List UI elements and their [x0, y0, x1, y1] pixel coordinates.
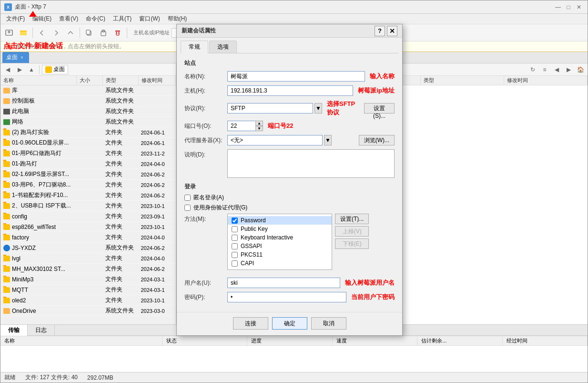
maximize-button[interactable]: □	[564, 3, 573, 11]
list-item[interactable]: config 文件夹 2023-09-1	[0, 211, 176, 222]
forward-button[interactable]	[50, 26, 63, 40]
list-item[interactable]: OneDrive 系统文件夹 2023-03-0	[0, 306, 176, 316]
menu-tools[interactable]: 工具(T)	[109, 14, 135, 24]
menu-help[interactable]: 帮助(H)	[164, 14, 191, 24]
method-gssapi-checkbox[interactable]	[232, 243, 238, 249]
method-keyboard[interactable]: Keyboard Interactive	[228, 233, 332, 242]
identity-agent-label[interactable]: 使用身份验证代理(G)	[193, 204, 247, 212]
method-up-button[interactable]: 上移(V)	[335, 226, 369, 237]
anonymous-label[interactable]: 匿名登录(A)	[193, 194, 224, 202]
right-col-date[interactable]: 修改时间	[504, 76, 588, 85]
right-view-button[interactable]: ≡	[539, 65, 550, 74]
host-label: 主机(H):	[184, 87, 227, 95]
menu-window[interactable]: 窗口(W)	[135, 14, 163, 24]
method-pkcs11[interactable]: PKCS11	[228, 250, 332, 259]
list-item[interactable]: oled2 文件夹 2023-10-1	[0, 295, 176, 306]
username-input[interactable]	[227, 278, 340, 288]
method-publickey-checkbox[interactable]	[232, 226, 238, 232]
col-type[interactable]: 类型	[103, 76, 139, 85]
menu-command[interactable]: 命令(C)	[82, 14, 109, 24]
protocol-dropdown-arrow[interactable]: ▼	[314, 103, 322, 114]
dialog-help-button[interactable]: ?	[375, 26, 385, 36]
list-item[interactable]: 01-0.96OLED显示屏... 文件夹 2024-06-1	[0, 138, 176, 148]
right-home-button[interactable]: 🏠	[575, 65, 586, 74]
list-item[interactable]: MH_MAX30102 ST... 文件夹 2024-06-2	[0, 264, 176, 274]
dialog-tab-general[interactable]: 常规	[181, 41, 208, 53]
list-item[interactable]: 网络 系统文件夹	[0, 117, 176, 127]
list-item[interactable]: 01-跑马灯 文件夹 2024-04-0	[0, 159, 176, 169]
connect-button[interactable]: 连接	[233, 317, 268, 330]
list-item[interactable]: 1-书箱配套列程-F10... 文件夹 2024-06-2	[0, 190, 176, 201]
tab-close-button[interactable]: ×	[20, 55, 23, 60]
list-item[interactable]: 2、USB串口 ISP下载... 文件夹 2023-10-1	[0, 201, 176, 211]
list-item[interactable]: 03-用P6、P7口驱动8... 文件夹 2024-06-2	[0, 180, 176, 190]
col-name[interactable]: 名称	[0, 76, 77, 85]
host-input[interactable]	[227, 85, 353, 96]
list-item[interactable]: 02-1.69IPS显示屏ST... 文件夹 2024-06-2	[0, 169, 176, 180]
method-capi-checkbox[interactable]	[232, 260, 238, 267]
protocol-settings-button[interactable]: 设置(S)...	[364, 103, 395, 114]
spin-down[interactable]: ▼	[255, 126, 263, 131]
port-input[interactable]	[227, 121, 256, 131]
right-scroll-left[interactable]: ◀	[551, 65, 562, 74]
close-window-button[interactable]: ✕	[574, 3, 584, 11]
new-session-button[interactable]	[2, 26, 16, 40]
up-nav-button[interactable]: ▲	[26, 65, 37, 74]
delete-button[interactable]	[111, 26, 124, 40]
right-refresh-button[interactable]: ↻	[527, 65, 538, 74]
right-col-type[interactable]: 类型	[421, 76, 504, 85]
desc-textarea[interactable]	[227, 149, 395, 178]
menu-view[interactable]: 查看(V)	[55, 14, 82, 24]
browse-button[interactable]: 浏览(W)...	[359, 135, 395, 145]
name-input[interactable]	[227, 71, 365, 82]
col-size[interactable]: 大小	[77, 76, 103, 85]
proxy-input[interactable]	[227, 135, 323, 145]
forward-nav-button[interactable]: ▶	[14, 65, 25, 74]
method-settings-button[interactable]: 设置(T)...	[335, 214, 369, 224]
list-item[interactable]: esp8266_wifiTest 文件夹 2023-10-1	[0, 222, 176, 232]
cancel-button[interactable]: 取消	[311, 317, 346, 330]
back-button[interactable]	[35, 26, 49, 40]
method-publickey[interactable]: Public Key	[228, 225, 332, 233]
minimize-button[interactable]: —	[553, 3, 563, 11]
list-item[interactable]: 库 系统文件夹	[0, 85, 176, 96]
dialog-tab-options[interactable]: 选项	[209, 41, 237, 53]
paste-button[interactable]	[97, 26, 110, 40]
tab-desktop[interactable]: 桌面 ×	[2, 52, 29, 63]
dialog-close-button[interactable]: ✕	[387, 26, 397, 36]
menu-file[interactable]: 文件(F)	[2, 14, 29, 24]
list-item[interactable]: factory 文件夹 2024-04-0	[0, 232, 176, 243]
list-item[interactable]: MiniMp3 文件夹 2024-03-1	[0, 274, 176, 285]
method-down-button[interactable]: 下移(E)	[335, 238, 369, 249]
password-annotation: 当前用户下密码	[351, 293, 395, 301]
list-item[interactable]: (2) 跑马灯实验 文件夹 2024-06-1	[0, 127, 176, 138]
up-button[interactable]	[64, 26, 77, 40]
spin-up[interactable]: ▲	[255, 121, 263, 126]
proxy-dropdown-arrow[interactable]: ▼	[324, 135, 332, 145]
list-item[interactable]: lvgl 文件夹 2024-04-0	[0, 253, 176, 264]
col-date[interactable]: 修改时间	[139, 76, 176, 85]
ok-button[interactable]: 确定	[272, 317, 307, 330]
protocol-input[interactable]	[227, 103, 313, 114]
back-nav-button[interactable]: ◀	[2, 65, 13, 74]
method-password[interactable]: Password	[228, 216, 332, 225]
method-keyboard-checkbox[interactable]	[232, 235, 238, 241]
method-gssapi[interactable]: GSSAPI	[228, 242, 332, 250]
identity-agent-checkbox[interactable]	[184, 205, 191, 211]
transfer-tab[interactable]: 传输	[0, 325, 28, 336]
right-scroll-right[interactable]: ▶	[563, 65, 574, 74]
name-annotation: 输入名称	[370, 72, 395, 81]
open-session-button[interactable]	[17, 26, 30, 40]
log-tab[interactable]: 日志	[28, 325, 55, 336]
anonymous-checkbox[interactable]	[184, 195, 191, 201]
list-item[interactable]: JS-YXDZ 系统文件夹 2024-06-2	[0, 243, 176, 253]
method-capi[interactable]: CAPI	[228, 259, 332, 268]
method-pkcs11-checkbox[interactable]	[232, 252, 238, 258]
list-item[interactable]: 01-用P6口做跑马灯 文件夹 2023-11-2	[0, 148, 176, 159]
method-password-checkbox[interactable]	[232, 217, 238, 224]
copy-button[interactable]	[82, 26, 96, 40]
password-field[interactable]	[227, 292, 346, 302]
list-item[interactable]: 此电脑 系统文件夹	[0, 106, 176, 117]
list-item[interactable]: 控制面板 系统文件夹	[0, 96, 176, 106]
list-item[interactable]: MQTT 文件夹 2024-03-1	[0, 285, 176, 295]
